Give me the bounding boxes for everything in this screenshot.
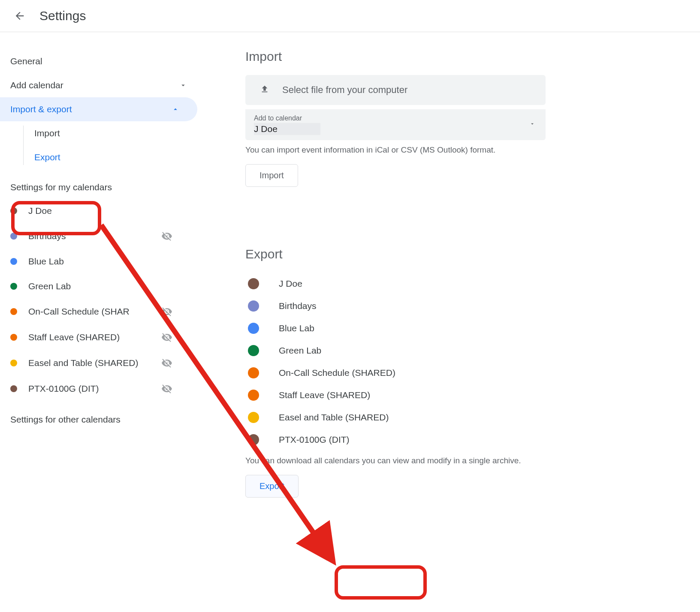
- calendar-color-dot: [10, 360, 17, 366]
- page-title: Settings: [39, 9, 86, 23]
- export-calendar-label: Staff Leave (SHARED): [279, 390, 370, 400]
- sidebar-item-import-export[interactable]: Import & export: [0, 97, 197, 121]
- add-to-calendar-dropdown[interactable]: Add to calendar J Doe: [245, 109, 546, 140]
- calendar-label: On-Call Schedule (SHAR: [28, 306, 161, 317]
- export-calendar-row: Blue Lab: [248, 317, 674, 339]
- select-file-label: Select file from your computer: [282, 84, 407, 96]
- sidebar-calendar-item[interactable]: On-Call Schedule (SHAR: [10, 299, 197, 324]
- sidebar-calendar-item[interactable]: Staff Leave (SHARED): [10, 324, 197, 350]
- sidebar-calendar-item[interactable]: Birthdays: [10, 223, 197, 249]
- upload-icon: [260, 84, 269, 96]
- visibility-off-icon: [161, 306, 172, 317]
- visibility-off-icon: [161, 383, 172, 394]
- calendar-color-dot: [10, 207, 17, 214]
- sidebar-section-my-calendars: Settings for my calendars: [10, 169, 197, 198]
- visibility-off-icon: [161, 332, 172, 343]
- sidebar-item-label: General: [10, 56, 42, 66]
- dropdown-label: Add to calendar: [254, 114, 537, 122]
- export-calendar-label: Blue Lab: [279, 323, 314, 333]
- export-calendar-label: J Doe: [279, 279, 302, 289]
- sidebar-sub-item-label: Import: [34, 128, 60, 138]
- sidebar-item-add-calendar[interactable]: Add calendar: [10, 73, 197, 97]
- sidebar-sub-item-label: Export: [34, 152, 60, 162]
- export-calendar-label: PTX-0100G (DIT): [279, 435, 350, 445]
- calendar-label: Green Lab: [28, 281, 161, 291]
- calendar-label: Blue Lab: [28, 256, 161, 267]
- export-calendar-row: PTX-0100G (DIT): [248, 429, 674, 451]
- header: Settings: [0, 0, 700, 32]
- export-calendar-row: Birthdays: [248, 295, 674, 317]
- sidebar: General Add calendar Import & export Imp…: [0, 49, 197, 498]
- calendar-color-dot: [10, 283, 17, 290]
- sidebar-sub-item-export[interactable]: Export: [29, 145, 197, 169]
- sidebar-item-general[interactable]: General: [10, 49, 197, 73]
- export-calendar-label: On-Call Schedule (SHARED): [279, 368, 395, 378]
- calendar-color-dot: [10, 258, 17, 265]
- select-file-button[interactable]: Select file from your computer: [245, 75, 546, 105]
- main-content: Import Select file from your computer Ad…: [197, 49, 700, 498]
- import-button[interactable]: Import: [245, 164, 298, 187]
- sidebar-calendar-item[interactable]: Green Lab: [10, 274, 197, 299]
- calendar-color-dot: [10, 385, 17, 392]
- sidebar-section-other-calendars: Settings for other calendars: [10, 402, 197, 431]
- calendar-label: Easel and Table (SHARED): [28, 358, 161, 368]
- visibility-off-icon: [161, 357, 172, 369]
- back-button[interactable]: [13, 9, 27, 23]
- import-section-title: Import: [245, 49, 674, 64]
- export-button[interactable]: Export: [245, 475, 299, 498]
- calendar-color-dot: [248, 367, 259, 378]
- calendar-color-dot: [10, 308, 17, 315]
- export-calendar-row: Green Lab: [248, 339, 674, 362]
- export-calendar-row: J Doe: [248, 273, 674, 295]
- dropdown-arrow-icon: [529, 121, 535, 129]
- export-calendar-row: Staff Leave (SHARED): [248, 384, 674, 406]
- calendar-label: PTX-0100G (DIT): [28, 384, 161, 394]
- sidebar-item-label: Add calendar: [10, 80, 63, 90]
- export-calendar-row: On-Call Schedule (SHARED): [248, 362, 674, 384]
- calendar-label: Birthdays: [28, 231, 161, 241]
- sidebar-item-label: Import & export: [10, 104, 72, 114]
- export-calendar-label: Green Lab: [279, 345, 321, 356]
- calendar-color-dot: [248, 412, 259, 423]
- calendar-label: J Doe: [28, 206, 161, 216]
- calendar-color-dot: [248, 278, 259, 289]
- calendar-color-dot: [10, 233, 17, 240]
- sidebar-calendar-item[interactable]: Blue Lab: [10, 249, 197, 274]
- calendar-color-dot: [10, 334, 17, 341]
- sidebar-submenu: Import Export: [10, 121, 197, 169]
- export-section: Export J DoeBirthdaysBlue LabGreen LabOn…: [245, 247, 674, 498]
- export-calendar-label: Birthdays: [279, 301, 317, 311]
- sidebar-calendar-item[interactable]: PTX-0100G (DIT): [10, 376, 197, 402]
- export-calendar-row: Easel and Table (SHARED): [248, 406, 674, 429]
- export-section-title: Export: [245, 247, 674, 261]
- import-help-text: You can import event information in iCal…: [245, 145, 674, 155]
- calendar-color-dot: [248, 345, 259, 356]
- export-calendar-label: Easel and Table (SHARED): [279, 412, 389, 423]
- calendar-label: Staff Leave (SHARED): [28, 332, 161, 342]
- visibility-off-icon: [161, 231, 172, 242]
- sidebar-sub-item-import[interactable]: Import: [29, 121, 197, 145]
- dropdown-value: J Doe: [254, 123, 320, 135]
- arrow-left-icon: [14, 10, 26, 22]
- calendar-color-dot: [248, 300, 259, 312]
- sidebar-calendar-item[interactable]: J Doe: [10, 198, 197, 223]
- annotation-highlight-export-button: [335, 565, 427, 600]
- calendar-color-dot: [248, 434, 259, 445]
- calendar-color-dot: [248, 323, 259, 334]
- calendar-color-dot: [248, 390, 259, 401]
- export-help-text: You can download all calendars you can v…: [245, 456, 674, 465]
- chevron-down-icon: [179, 81, 187, 89]
- sidebar-calendar-item[interactable]: Easel and Table (SHARED): [10, 350, 197, 376]
- chevron-up-icon: [172, 105, 179, 113]
